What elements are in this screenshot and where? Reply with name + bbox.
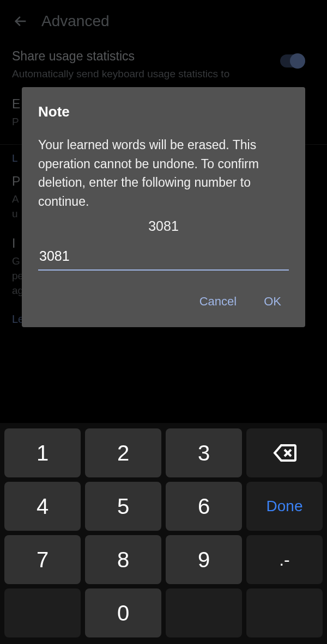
key-symbol[interactable]: .- xyxy=(246,535,323,584)
setting-desc: Automatically send keyboard usage statis… xyxy=(12,67,257,82)
key-0[interactable]: 0 xyxy=(85,588,161,637)
key-blank-right xyxy=(166,588,242,637)
key-4[interactable]: 4 xyxy=(4,482,81,531)
dialog-title: Note xyxy=(38,103,289,120)
key-blank-far-right xyxy=(246,588,323,637)
setting-title: Share usage statistics xyxy=(12,49,315,64)
key-9[interactable]: 9 xyxy=(166,535,242,584)
setting-share-stats[interactable]: Share usage statistics Automatically sen… xyxy=(12,49,315,82)
back-button[interactable] xyxy=(10,10,32,32)
ok-button[interactable]: OK xyxy=(259,290,286,313)
page-title: Advanced xyxy=(41,13,110,30)
key-2[interactable]: 2 xyxy=(85,428,161,477)
key-1[interactable]: 1 xyxy=(4,428,81,477)
confirm-delete-dialog: Note Your learned words will be erased. … xyxy=(22,87,305,327)
cancel-button[interactable]: Cancel xyxy=(192,290,244,313)
key-done[interactable]: Done xyxy=(246,482,323,531)
toggle-switch[interactable] xyxy=(280,54,304,68)
numeric-keypad: 1 2 3 4 5 6 Done 7 8 9 .- 0 xyxy=(0,423,327,644)
key-3[interactable]: 3 xyxy=(166,428,242,477)
key-blank-left xyxy=(4,588,81,637)
confirm-number-input[interactable] xyxy=(38,245,289,271)
key-8[interactable]: 8 xyxy=(85,535,161,584)
key-5[interactable]: 5 xyxy=(85,482,161,531)
backspace-icon xyxy=(271,440,298,466)
key-backspace[interactable] xyxy=(246,428,323,477)
key-6[interactable]: 6 xyxy=(166,482,242,531)
key-7[interactable]: 7 xyxy=(4,535,81,584)
dialog-body: Your learned words will be erased. This … xyxy=(38,136,289,211)
dialog-confirm-number: 3081 xyxy=(38,218,289,234)
arrow-left-icon xyxy=(13,14,28,29)
